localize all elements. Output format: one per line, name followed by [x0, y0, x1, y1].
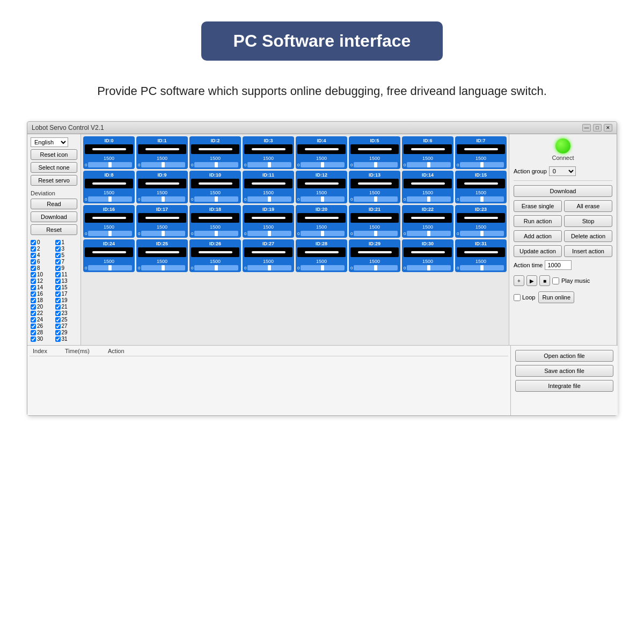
- servo-slider[interactable]: [354, 162, 398, 167]
- servo-slider[interactable]: [460, 162, 504, 167]
- stop-button[interactable]: Stop: [564, 215, 612, 227]
- servo-checkbox-1[interactable]: [55, 240, 61, 245]
- servo-slider[interactable]: [88, 162, 132, 167]
- servo-checkbox-18[interactable]: [31, 298, 36, 303]
- servo-card-id10: ID:10 1500 0: [189, 171, 241, 203]
- servo-slider[interactable]: [247, 265, 291, 270]
- close-button[interactable]: ✕: [604, 124, 612, 131]
- servo-slider[interactable]: [460, 265, 504, 270]
- loop-row: Loop Run online: [514, 291, 612, 303]
- all-erase-button[interactable]: All erase: [564, 200, 612, 212]
- servo-slider[interactable]: [407, 265, 451, 270]
- maximize-button[interactable]: □: [593, 124, 602, 131]
- servo-slider[interactable]: [194, 231, 238, 236]
- servo-checkbox-6[interactable]: [31, 259, 36, 265]
- servo-checkbox-25[interactable]: [55, 317, 61, 323]
- download-button[interactable]: Download: [514, 185, 612, 197]
- update-action-button[interactable]: Update action: [514, 245, 562, 257]
- servo-slider[interactable]: [301, 162, 345, 167]
- servo-checkbox-10[interactable]: [31, 272, 36, 277]
- action-time-input[interactable]: [545, 260, 572, 270]
- servo-slider[interactable]: [88, 196, 132, 202]
- servo-slider[interactable]: [141, 265, 185, 270]
- servo-checkbox-14[interactable]: [31, 285, 36, 290]
- servo-slider[interactable]: [141, 231, 185, 236]
- servo-slider[interactable]: [194, 265, 238, 270]
- servo-checkbox-13[interactable]: [55, 279, 61, 284]
- servo-id-label: ID:9: [157, 172, 166, 178]
- read-button[interactable]: Read: [31, 199, 77, 209]
- open-action-file-button[interactable]: Open action file: [515, 350, 613, 362]
- play-music-checkbox[interactable]: [552, 277, 559, 284]
- loop-checkbox[interactable]: [514, 294, 521, 301]
- servo-checkbox-0[interactable]: [31, 240, 36, 245]
- servo-slider[interactable]: [301, 231, 345, 236]
- servo-checkbox-5[interactable]: [55, 253, 61, 258]
- servo-checkbox-2[interactable]: [31, 246, 36, 252]
- servo-checkbox-17[interactable]: [55, 291, 61, 297]
- servo-slider[interactable]: [301, 265, 345, 270]
- servo-slider[interactable]: [460, 231, 504, 236]
- save-action-file-button[interactable]: Save action file: [515, 365, 613, 377]
- minimize-button[interactable]: —: [582, 124, 591, 131]
- servo-checkbox-3[interactable]: [55, 246, 61, 252]
- servo-checkbox-27[interactable]: [55, 324, 61, 329]
- reset-icon-button[interactable]: Reset icon: [31, 149, 77, 160]
- checkbox-item-29: 29: [55, 330, 78, 335]
- servo-checkbox-8[interactable]: [31, 266, 36, 271]
- servo-checkbox-21[interactable]: [55, 304, 61, 310]
- servo-checkbox-24[interactable]: [31, 317, 36, 323]
- servo-checkbox-19[interactable]: [55, 298, 61, 303]
- servo-checkbox-31[interactable]: [55, 336, 61, 342]
- action-group-select[interactable]: 0 1: [549, 166, 576, 176]
- select-none-button[interactable]: Select none: [31, 162, 77, 173]
- integrate-file-button[interactable]: Integrate file: [515, 380, 613, 392]
- insert-action-button[interactable]: Insert action: [564, 245, 612, 257]
- play-button[interactable]: ▶: [526, 275, 537, 286]
- erase-single-button[interactable]: Erase single: [514, 200, 562, 212]
- stop-square-button[interactable]: ■: [539, 275, 550, 286]
- run-action-button[interactable]: Run action: [514, 215, 562, 227]
- servo-slider[interactable]: [460, 196, 504, 202]
- servo-checkbox-7[interactable]: [55, 259, 61, 265]
- servo-slider[interactable]: [194, 162, 238, 167]
- servo-slider[interactable]: [407, 196, 451, 202]
- servo-checkbox-20[interactable]: [31, 304, 36, 310]
- servo-checkbox-15[interactable]: [55, 285, 61, 290]
- servo-checkbox-28[interactable]: [31, 330, 36, 335]
- add-action-button[interactable]: Add action: [514, 230, 562, 242]
- servo-slider[interactable]: [354, 196, 398, 202]
- servo-checkbox-16[interactable]: [31, 291, 36, 297]
- servo-checkbox-22[interactable]: [31, 311, 36, 316]
- servo-slider[interactable]: [354, 231, 398, 236]
- run-online-button[interactable]: Run online: [538, 291, 574, 303]
- servo-slider[interactable]: [301, 196, 345, 202]
- download-deviation-button[interactable]: Download: [31, 211, 77, 222]
- servo-slider[interactable]: [141, 196, 185, 202]
- servo-slider[interactable]: [407, 162, 451, 167]
- reset-servo-button[interactable]: Reset servo: [31, 175, 77, 186]
- plus-button[interactable]: +: [514, 275, 524, 286]
- play-music-row: + ▶ ■ Play music: [514, 275, 612, 286]
- servo-slider[interactable]: [407, 231, 451, 236]
- servo-checkbox-23[interactable]: [55, 311, 61, 316]
- servo-slider[interactable]: [88, 231, 132, 236]
- servo-checkbox-30[interactable]: [31, 336, 36, 342]
- language-dropdown[interactable]: English Chinese: [31, 137, 68, 147]
- reset-deviation-button[interactable]: Reset: [31, 224, 77, 235]
- servo-slider[interactable]: [247, 162, 291, 167]
- servo-slider[interactable]: [247, 231, 291, 236]
- servo-checkbox-9[interactable]: [55, 266, 61, 271]
- servo-slider[interactable]: [141, 162, 185, 167]
- delete-action-button[interactable]: Delete action: [564, 230, 612, 242]
- servo-checkbox-11[interactable]: [55, 272, 61, 277]
- servo-slider[interactable]: [88, 265, 132, 270]
- servo-slider[interactable]: [194, 196, 238, 202]
- servo-slider[interactable]: [354, 265, 398, 270]
- servo-checkbox-4[interactable]: [31, 253, 36, 258]
- servo-slider[interactable]: [247, 196, 291, 202]
- servo-checkbox-29[interactable]: [55, 330, 61, 335]
- servo-checkbox-12[interactable]: [31, 279, 36, 284]
- servo-checkbox-26[interactable]: [31, 324, 36, 329]
- servo-min-label: 0: [350, 197, 353, 202]
